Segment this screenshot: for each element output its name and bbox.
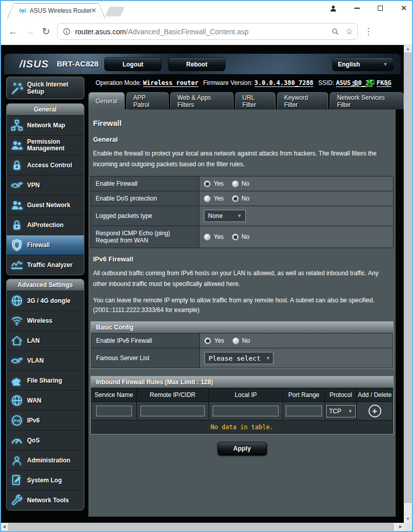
maximize-glyph [378, 6, 383, 11]
browser-menu-icon[interactable]: ⋮ [364, 26, 373, 37]
respond-icmp-no-radio[interactable] [232, 234, 239, 240]
tab-keyword-filter[interactable]: Keyword Filter [277, 92, 329, 109]
minimize-button[interactable] [353, 4, 361, 12]
respond-icmp-yes-radio[interactable] [204, 234, 211, 240]
people-icon [7, 198, 27, 212]
language-dropdown[interactable]: English ▼ [332, 57, 394, 71]
famous-server-dropdown[interactable]: Please select ▼ [204, 352, 273, 364]
sidebar-item-3g-4g-dongle[interactable]: 3G / 4G dongle [7, 291, 84, 311]
scroll-right-icon[interactable]: ▶ [399, 524, 402, 529]
router-page: /ISUS BRT-AC828 Logout Reboot English ▼ … [1, 45, 404, 523]
port-range-input[interactable] [286, 406, 322, 416]
logged-packets-dropdown[interactable]: None ▼ [204, 210, 246, 222]
enable-dos-no-radio[interactable] [232, 195, 239, 202]
sidebar-item-label: VLAN [27, 358, 80, 364]
lock-shield-icon [7, 218, 27, 232]
ipv6-globe-icon: IPv6 [7, 414, 27, 427]
browser-tab[interactable]: ASUS Wireless Router BR ✕ [7, 3, 105, 18]
add-rule-icon[interactable]: + [369, 405, 381, 417]
ipv6-firewall-yes-radio[interactable] [204, 338, 211, 344]
enable-dos-yes-radio[interactable] [204, 195, 211, 202]
scroll-down-icon[interactable]: ▼ [404, 517, 412, 521]
sidebar-item-system-log[interactable]: System Log [7, 470, 84, 490]
new-tab-button[interactable] [105, 7, 125, 16]
radio-label-yes: Yes [214, 337, 224, 344]
maximize-button[interactable] [376, 4, 384, 12]
tab-close-icon[interactable]: ✕ [91, 7, 97, 14]
general-section-heading: General [93, 136, 394, 143]
usb-icon[interactable] [380, 78, 392, 89]
enable-firewall-yes-radio[interactable] [204, 181, 211, 187]
bookmark-star-icon[interactable]: ☆ [346, 26, 353, 37]
ipv6-firewall-no-radio[interactable] [233, 338, 239, 344]
ipv6-description-1: All outbound traffic coming from IPv6 ho… [93, 268, 391, 290]
sidebar-item-administration[interactable]: Administration [7, 450, 84, 470]
protocol-dropdown[interactable]: TCP ▼ [326, 405, 356, 417]
sidebar-item-vpn[interactable]: VPN [7, 175, 84, 195]
sidebar-item-network-tools[interactable]: Network Tools [7, 490, 84, 510]
horizontal-scroll-thumb[interactable] [8, 523, 394, 530]
sidebar-item-aiprotection[interactable]: AiProtection [7, 215, 84, 235]
radio-label-no: No [242, 180, 249, 187]
lan-devices-icon[interactable] [365, 78, 376, 89]
url-text: router.asus.com/Advanced_BasicFirewall_C… [75, 28, 248, 36]
lock-icon [7, 159, 27, 172]
sidebar-item-ipv6[interactable]: IPv6 IPv6 [7, 410, 84, 430]
tab-web-apps-filters[interactable]: Web & Apps Filters [170, 92, 234, 109]
firmware-link[interactable]: 3.0.0.4.380_7288 [255, 79, 314, 87]
service-name-input[interactable] [96, 406, 132, 416]
asus-logo: /ISUS [19, 58, 49, 70]
vertical-scrollbar[interactable]: ▲ ▼ [404, 45, 412, 523]
scroll-up-icon[interactable]: ▲ [404, 47, 412, 51]
respond-icmp-label: Respond ICMP Echo (ping) Request from WA… [91, 226, 199, 248]
horizontal-scrollbar[interactable]: ◀ ▶ [1, 523, 404, 531]
sidebar-item-wireless[interactable]: Wireless [7, 311, 84, 330]
tab-network-services-filter[interactable]: Network Services Filter [330, 92, 404, 109]
firewall-shield-icon [7, 238, 27, 252]
sidebar-item-file-sharing[interactable]: File Sharing [7, 370, 84, 390]
col-port-range: Port Range [283, 388, 325, 402]
forward-icon[interactable]: → [25, 26, 35, 37]
clients-icon[interactable] [350, 78, 360, 89]
sidebar-item-permission-management[interactable]: Permission Management [7, 135, 84, 155]
back-icon[interactable]: ← [8, 26, 18, 37]
chevron-down-icon: ▼ [348, 409, 353, 414]
sidebar-item-access-control[interactable]: Access Control [7, 155, 84, 175]
scrollbar-corner [404, 523, 412, 531]
local-ip-input[interactable] [213, 406, 279, 416]
sidebar-item-network-map[interactable]: Network Map [7, 115, 84, 135]
quick-internet-setup-button[interactable]: Quick Internet Setup [6, 77, 84, 99]
close-window-button[interactable]: ✕ [400, 4, 408, 12]
scroll-left-icon[interactable]: ◀ [3, 524, 6, 529]
apply-button[interactable]: Apply [218, 442, 267, 455]
sidebar-item-label: Network Map [27, 122, 80, 129]
reload-icon[interactable]: ↻ [42, 26, 50, 37]
tab-url-filter[interactable]: URL Filter [235, 92, 276, 109]
inbound-header-row: Service Name Remote IP/CIDR Local IP Por… [91, 388, 393, 402]
house-icon [7, 334, 27, 347]
operation-mode-link[interactable]: Wireless router [143, 79, 198, 87]
reboot-button[interactable]: Reboot [168, 57, 225, 71]
operation-mode-label: Operation Mode: [96, 79, 141, 86]
url-bar[interactable]: router.asus.com/Advanced_BasicFirewall_C… [57, 23, 358, 40]
enable-firewall-no-radio[interactable] [232, 181, 239, 187]
search-icon[interactable] [331, 28, 339, 36]
logout-button[interactable]: Logout [104, 57, 162, 71]
tab-general[interactable]: General [88, 92, 125, 109]
sidebar-item-wan[interactable]: WAN [7, 390, 84, 410]
sidebar-item-lan[interactable]: LAN [7, 330, 84, 350]
remote-ip-input[interactable] [141, 406, 205, 416]
globe-icon [7, 394, 27, 407]
sidebar-item-qos[interactable]: QoS [7, 430, 84, 450]
vertical-scroll-thumb[interactable] [404, 53, 411, 503]
table-row: Enable Firewall Yes No [91, 176, 394, 191]
profile-icon[interactable] [329, 4, 337, 12]
page-info-icon[interactable] [63, 28, 71, 35]
tab-app-patrol[interactable]: APP Patrol [126, 92, 169, 109]
sidebar-item-vlan[interactable]: VLAN [7, 350, 84, 370]
sidebar-item-firewall[interactable]: Firewall [7, 235, 84, 255]
vpn-bird-icon [7, 179, 27, 192]
sidebar-item-guest-network[interactable]: Guest Network [7, 195, 84, 215]
sidebar-item-traffic-analyzer[interactable]: Traffic Analyzer [7, 255, 84, 275]
sidebar-item-label: AiProtection [27, 222, 80, 229]
